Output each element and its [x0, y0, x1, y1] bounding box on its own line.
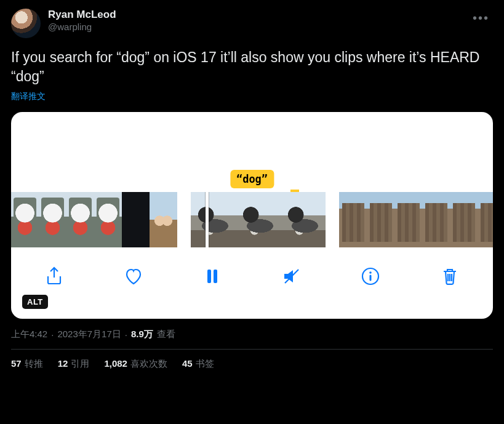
tweet-container: Ryan McLeod @warpling ••• If you search …	[0, 0, 504, 370]
svg-point-4	[370, 271, 372, 274]
tweet-stats: 57 转推 12 引用 1,082 喜欢次数 45 书签	[11, 350, 493, 370]
clip-1[interactable]	[11, 192, 177, 247]
author-names[interactable]: Ryan McLeod @warpling	[48, 9, 469, 33]
stat-bookmarks[interactable]: 45 书签	[182, 358, 214, 370]
thumbnail	[236, 192, 281, 247]
tweet-text: If you search for “dog” on iOS 17 it’ll …	[11, 48, 493, 86]
thumbnail	[122, 192, 150, 247]
info-icon[interactable]	[357, 263, 384, 290]
caption-chip: “dog”	[230, 170, 274, 188]
thumbnail	[478, 192, 493, 247]
media-toolbar	[11, 251, 493, 319]
stat-number: 45	[182, 358, 193, 370]
thumbnail	[66, 192, 94, 247]
stat-label: 引用	[71, 358, 89, 370]
clip-3[interactable]	[339, 192, 493, 247]
tweet-date[interactable]: 2023年7月17日	[57, 329, 121, 340]
tweet-header: Ryan McLeod @warpling •••	[11, 9, 493, 38]
share-icon[interactable]	[41, 263, 68, 290]
media-white-area: “dog”	[11, 112, 493, 192]
thumbnail	[150, 192, 177, 247]
thumbnail	[339, 192, 367, 247]
thumbnail	[450, 192, 478, 247]
stat-number: 12	[58, 358, 68, 370]
thumbnail	[422, 192, 450, 247]
thumbnail	[39, 192, 66, 247]
media-card[interactable]: “dog”	[11, 112, 493, 319]
meta-sep: ·	[125, 329, 127, 340]
avatar[interactable]	[11, 9, 41, 38]
thumbnail	[367, 192, 394, 247]
stat-label: 喜欢次数	[130, 358, 167, 370]
stat-label: 转推	[25, 358, 43, 370]
video-filmstrip[interactable]	[11, 192, 493, 247]
heart-icon[interactable]	[120, 263, 147, 290]
display-name: Ryan McLeod	[48, 9, 469, 21]
svg-rect-5	[370, 275, 372, 281]
stat-number: 1,082	[104, 358, 127, 370]
stat-label: 书签	[196, 358, 214, 370]
svg-rect-0	[207, 270, 211, 283]
trash-icon[interactable]	[436, 263, 463, 290]
stat-retweets[interactable]: 57 转推	[11, 358, 43, 370]
tweet-meta: 上午4:42 · 2023年7月17日 · 8.9万 查看	[11, 329, 493, 340]
thumbnail	[281, 192, 326, 247]
translate-link[interactable]: 翻译推文	[11, 91, 46, 102]
views-number: 8.9万	[131, 329, 153, 340]
tweet-time[interactable]: 上午4:42	[11, 329, 47, 340]
playhead[interactable]	[206, 192, 209, 247]
thumbnail	[394, 192, 422, 247]
stat-likes[interactable]: 1,082 喜欢次数	[104, 358, 167, 370]
stat-number: 57	[11, 358, 22, 370]
alt-badge[interactable]: ALT	[22, 295, 48, 309]
thumbnail	[191, 192, 236, 247]
clip-2-active[interactable]	[191, 192, 326, 247]
meta-sep: ·	[51, 329, 54, 340]
handle: @warpling	[48, 22, 469, 33]
thumbnail	[94, 192, 122, 247]
mute-icon[interactable]	[278, 263, 305, 290]
svg-rect-1	[214, 270, 217, 283]
pause-icon[interactable]	[199, 263, 226, 290]
more-icon[interactable]: •••	[469, 9, 493, 28]
thumbnail	[11, 192, 39, 247]
views-label: 查看	[157, 329, 175, 340]
stat-quotes[interactable]: 12 引用	[58, 358, 90, 370]
